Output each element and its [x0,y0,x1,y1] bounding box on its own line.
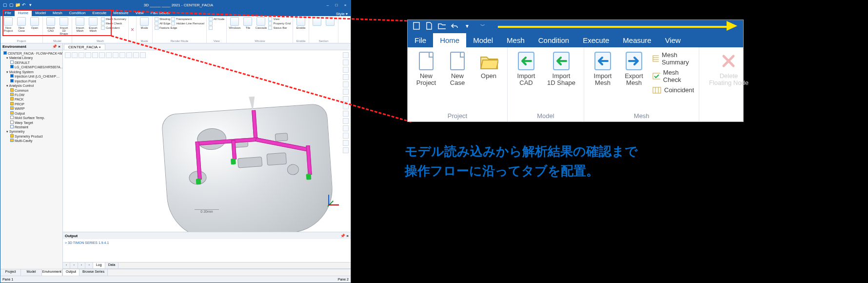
shading-item[interactable]: ShadingTransparent [155,17,204,21]
environment-tree[interactable]: CENTER_FACIA · FLOW+PACK+WA… ▾ Material … [0,50,62,269]
enable-button[interactable]: Enable [295,17,307,29]
tab-file[interactable]: File [1,10,15,16]
qat-new-icon[interactable]: ▢ [2,2,7,7]
out-icon-3[interactable]: ◦ [78,263,85,268]
orientation-triad[interactable] [319,189,337,206]
cgroup-project-label: Project [413,112,502,120]
env-tab-environment[interactable]: Environment [42,269,62,276]
export-mesh-button[interactable]: ExportMesh [620,50,648,94]
viewport[interactable]: 0 20mm [63,50,351,232]
window-title: 3D _____ ____ 2021 - CENTER_FACIA [35,3,322,7]
mesh-check-icon [101,21,105,25]
qat-undo-icon[interactable]: ↶ [21,2,26,7]
export-mesh-button[interactable]: ExportMesh [87,17,99,32]
gate-icon [196,179,201,185]
qat-dropdown-icon[interactable]: ▼ [463,22,471,30]
minimize-button[interactable]: – [324,3,331,7]
out-btab-browse[interactable]: Browse Series [79,269,108,276]
maximize-button[interactable]: □ [333,3,340,7]
new-case-button[interactable]: NewCase [444,50,471,87]
mode-button[interactable]: Mode [138,17,150,29]
env-tab-project[interactable]: Project [0,269,21,276]
output-body: > 3D TIMON SERIES 1.9.4.1 [63,239,351,262]
svg-rect-0 [414,22,419,29]
tab-execute[interactable]: Execute [89,10,110,16]
out-tab-data[interactable]: Data [105,263,119,268]
ctab-condition[interactable]: Condition [532,33,576,47]
coincident-item[interactable]: Coincident [652,86,694,94]
scale-bar: 0 20mm [195,209,219,213]
env-tab-model[interactable]: Model [21,269,41,276]
feature-edge-item[interactable]: Feature Edge [155,26,204,30]
doc-tab-center-facia[interactable]: CENTER_FACIA × [64,44,105,50]
delete-x-icon [719,50,738,72]
import-mesh-button[interactable]: ImportMesh [589,50,616,94]
out-icon-4[interactable]: ◦ [85,263,93,268]
ribbon-group-view: All Node View [207,16,227,43]
delete-x[interactable]: × [129,16,137,43]
import-1d-button[interactable]: Import1D Shape [58,17,70,35]
callout-tabs: File Home Model Mesh Condition Execute M… [408,32,743,47]
tab-home[interactable]: Home [15,10,32,16]
close-button[interactable]: × [342,3,349,7]
ribbon-group-section: Section [309,16,338,43]
cgroup-project: NewProject NewCase Open Project [408,47,508,121]
new-case-button[interactable]: NewCase [16,17,27,32]
mesh-summary-item[interactable]: Mesh Summary [652,51,694,66]
callout-qat: ▼ ﹀ [408,20,743,32]
tab-model[interactable]: Model [32,10,49,16]
open-icon [30,17,39,26]
out-icon-2[interactable]: ◦ [70,263,78,268]
qat-page-icon[interactable] [425,22,433,30]
svg-rect-2 [451,52,464,70]
document-tabs: CENTER_FACIA × [63,43,351,50]
coincident-item[interactable]: Coincident [101,26,126,30]
qat-redo-icon[interactable]: ▾ [28,2,33,7]
mesh-check-item[interactable]: Mesh Check [101,21,126,25]
ctab-home[interactable]: Home [433,33,466,47]
style-dropdown[interactable]: Style ▾ [333,12,351,16]
new-project-button[interactable]: NewProject [2,17,14,32]
new-project-button[interactable]: NewProject [413,50,440,87]
ctab-execute[interactable]: Execute [576,33,616,47]
all-edge-item[interactable]: All EdgeHidden Line Removal [155,21,204,25]
import-1d-button[interactable]: Import1D Shape [544,50,579,87]
tab-condition[interactable]: Condition [66,10,89,16]
vt-icon[interactable] [65,52,71,58]
open-button[interactable]: Open [475,50,502,87]
qat-folder-icon[interactable]: 📁 [15,2,20,7]
output-panel: Output📌 × > 3D TIMON SERIES 1.9.4.1 ◦ ◦ … [63,232,351,276]
tree-root[interactable]: CENTER_FACIA · FLOW+PACK+WA… [1,51,61,56]
caption-line-2: 操作フローに沿ってタブを配置。 [405,161,638,181]
out-btab-output[interactable]: Output [63,269,79,276]
mesh-check-item[interactable]: Mesh Check [652,69,694,83]
ctab-mesh[interactable]: Mesh [500,33,532,47]
import-cad-button[interactable]: ImportCAD [45,17,57,35]
qat-open-icon[interactable]: ▢ [9,2,14,7]
cascade-button[interactable]: Cascade [255,17,267,30]
env-pin-icon[interactable]: 📌 × [52,44,60,49]
qat-folder-icon[interactable] [438,22,446,30]
ctab-view[interactable]: View [658,33,688,47]
output-pin-icon[interactable]: 📌 × [340,234,349,238]
windows-button[interactable]: Windows [229,17,240,30]
out-icon-1[interactable]: ◦ [63,263,70,268]
qat-blank-icon[interactable] [413,22,420,30]
ribbon-callout: ▼ ﹀ File Home Model Mesh Condition Execu… [407,20,744,122]
qat-undo-icon[interactable] [451,22,458,30]
import-cad-button[interactable]: ImportCAD [513,50,540,87]
doc-close-icon[interactable]: × [99,45,101,49]
ctab-model[interactable]: Model [466,33,500,47]
out-tab-log[interactable]: Log [93,263,105,268]
sprue-icon [249,97,256,112]
mesh-summary-item[interactable]: Mesh Summary [101,17,126,21]
tab-mesh[interactable]: Mesh [49,10,66,16]
view-tool-strip [65,52,146,58]
svg-rect-1 [419,52,433,70]
tile-button[interactable]: Tile [242,17,254,30]
open-button[interactable]: Open [29,17,40,32]
import-mesh-button[interactable]: ImportMesh [74,17,86,32]
ctab-measure[interactable]: Measure [616,33,658,47]
ctab-file[interactable]: File [408,33,433,47]
ribbon-group-enable: Enable Enable [293,16,309,43]
